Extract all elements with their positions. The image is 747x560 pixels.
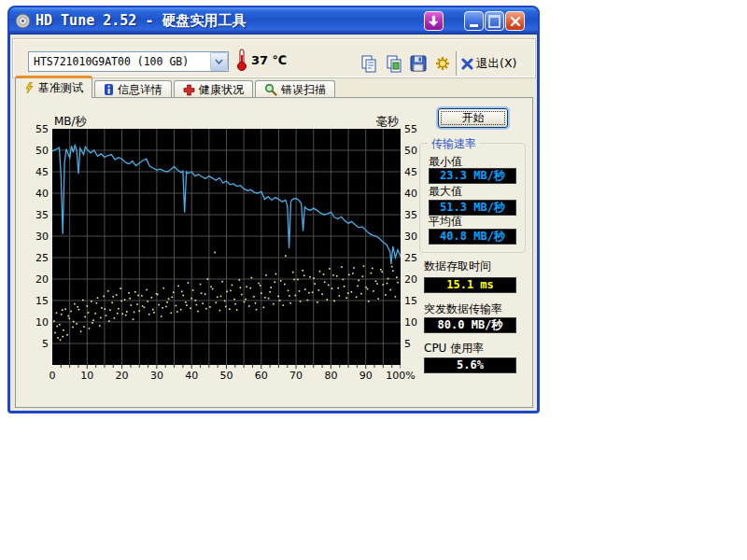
x-axis-ticks: 0102030405060708090100%: [52, 370, 407, 383]
window-title: HD Tune 2.52 - 硬盘实用工具: [35, 12, 246, 30]
minimize-icon: [470, 24, 478, 27]
y-tick-label: 20: [24, 273, 49, 286]
avg-value: 40.8 MB/秒: [429, 229, 516, 245]
benchmark-icon: [24, 82, 35, 95]
options-gear-icon: [433, 54, 452, 73]
avg-label: 平均值: [429, 214, 462, 230]
x-tick-label: 40: [185, 370, 198, 382]
y-tick-label: 55: [404, 123, 429, 135]
save-button[interactable]: [407, 52, 430, 75]
y-tick-label: 5: [24, 338, 49, 350]
x-tick-label: 90: [359, 370, 373, 382]
y-tick-label: 15: [24, 295, 49, 307]
copy-text-button[interactable]: [358, 52, 380, 75]
x-tick-label: 0: [49, 370, 56, 382]
burst-rate-label: 突发数据传输率: [424, 301, 502, 317]
tab-health-label: 健康状况: [199, 82, 244, 98]
x-tick-label: 100%: [386, 370, 415, 382]
y-tick-label: 25: [24, 252, 49, 264]
x-tick-label: 30: [150, 370, 163, 382]
download-button[interactable]: [424, 11, 444, 31]
copy-text-icon: [359, 54, 378, 73]
copy-image-button[interactable]: [383, 52, 405, 75]
down-arrow-icon: [428, 15, 440, 27]
benchmark-panel: MB/秒 毫秒 555045403530252015105 5550454035…: [15, 97, 533, 408]
max-label: 最大值: [429, 184, 462, 200]
transfer-rate-group-title: 传输速率: [428, 136, 480, 152]
temperature-value: 37 ℃: [251, 53, 287, 67]
titlebar[interactable]: HD Tune 2.52 - 硬盘实用工具: [9, 7, 538, 35]
x-tick-label: 80: [324, 370, 337, 382]
drive-select-value: HTS721010G9AT00 (100 GB): [29, 55, 210, 68]
tab-benchmark[interactable]: 基准测试: [15, 76, 92, 98]
x-tick-label: 60: [255, 370, 268, 382]
tab-bar: 基准测试 信息详情 健康状况 错误扫描: [15, 78, 337, 98]
tab-info[interactable]: 信息详情: [94, 80, 172, 98]
copy-image-icon: [385, 54, 403, 73]
info-icon: [104, 83, 114, 96]
drive-select[interactable]: HTS721010G9AT00 (100 GB): [28, 51, 229, 72]
x-tick-label: 70: [289, 370, 303, 382]
chevron-down-icon[interactable]: [210, 52, 228, 71]
exit-label: 退出(X): [476, 56, 516, 72]
app-icon: [15, 13, 31, 29]
toolbar-separator: [456, 51, 459, 76]
tab-benchmark-label: 基准测试: [38, 80, 83, 96]
scan-icon: [264, 83, 277, 96]
tab-health[interactable]: 健康状况: [174, 80, 253, 98]
exit-button[interactable]: 退出(X): [461, 52, 516, 75]
tab-error-scan[interactable]: 错误扫描: [255, 80, 335, 98]
y-tick-label: 45: [24, 166, 49, 178]
tab-error-scan-label: 错误扫描: [281, 82, 326, 98]
close-icon: [510, 16, 521, 27]
maximize-icon: [488, 15, 500, 28]
right-axis-label: 毫秒: [376, 114, 399, 130]
x-tick-label: 50: [220, 370, 233, 382]
left-axis-label: MB/秒: [54, 114, 87, 130]
y-tick-label: 35: [24, 209, 49, 221]
min-value: 23.3 MB/秒: [429, 168, 516, 184]
y-tick-label: 40: [24, 188, 49, 200]
save-icon: [409, 54, 428, 73]
cpu-usage-label: CPU 使用率: [424, 341, 484, 357]
benchmark-chart: [52, 129, 401, 369]
maximize-button[interactable]: [485, 11, 504, 31]
thermometer-icon: [236, 48, 247, 75]
y-tick-label: 10: [24, 316, 49, 329]
access-time-label: 数据存取时间: [424, 259, 491, 274]
toolbar: HTS721010G9AT00 (100 GB) 37 ℃: [13, 39, 535, 77]
hdtune-window: HD Tune 2.52 - 硬盘实用工具 HTS721010G9AT00 (1…: [7, 6, 540, 413]
y-tick-label: 50: [24, 145, 49, 157]
options-button[interactable]: [431, 52, 454, 75]
access-time-value: 15.1 ms: [424, 277, 516, 293]
transfer-rate-group: 传输速率 最小值 23.3 MB/秒 最大值 51.3 MB/秒 平均值 40.…: [419, 143, 526, 253]
x-tick-label: 20: [116, 370, 129, 382]
burst-rate-value: 80.0 MB/秒: [424, 317, 516, 333]
cpu-usage-value: 5.6%: [424, 357, 516, 373]
y-tick-label: 30: [24, 231, 49, 243]
start-button[interactable]: 开始: [438, 108, 508, 128]
y-tick-label: 55: [24, 123, 49, 135]
exit-x-icon: [461, 58, 473, 70]
y-axis-left-ticks: 555045403530252015105: [24, 129, 49, 365]
health-icon: [183, 84, 195, 96]
close-button[interactable]: [505, 11, 525, 31]
x-tick-label: 10: [80, 370, 93, 382]
tab-info-label: 信息详情: [118, 82, 162, 98]
minimize-button[interactable]: [464, 11, 484, 31]
